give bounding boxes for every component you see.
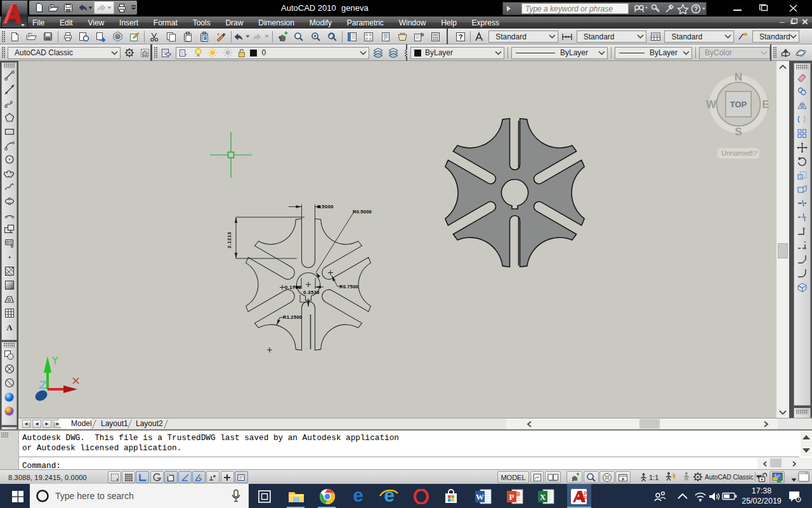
svg-text:W: W — [476, 492, 484, 502]
svg-text:A: A — [6, 323, 13, 332]
svg-text:?: ? — [459, 33, 463, 41]
svg-text:S: S — [735, 126, 742, 138]
svg-text:W: W — [706, 98, 717, 110]
svg-text:10: 10 — [584, 495, 587, 500]
svg-text:P: P — [509, 492, 514, 502]
svg-text:R1.2500: R1.2500 — [283, 314, 302, 320]
svg-text:X: X — [539, 492, 546, 502]
svg-text:0.3536: 0.3536 — [303, 290, 319, 295]
svg-text:Unnamed: Unnamed — [721, 149, 752, 157]
svg-text:0.5000: 0.5000 — [317, 204, 333, 210]
svg-text:?: ? — [694, 6, 698, 13]
svg-text:R0.5000: R0.5000 — [353, 209, 372, 215]
svg-text:E: E — [762, 98, 769, 110]
svg-text:R0.7500: R0.7500 — [339, 284, 358, 290]
svg-text:TOP: TOP — [730, 100, 747, 109]
svg-text:N: N — [735, 71, 742, 83]
svg-text:2.1213: 2.1213 — [226, 232, 232, 248]
svg-text:0.1768: 0.1768 — [285, 284, 301, 290]
svg-text:20: 20 — [584, 491, 587, 495]
